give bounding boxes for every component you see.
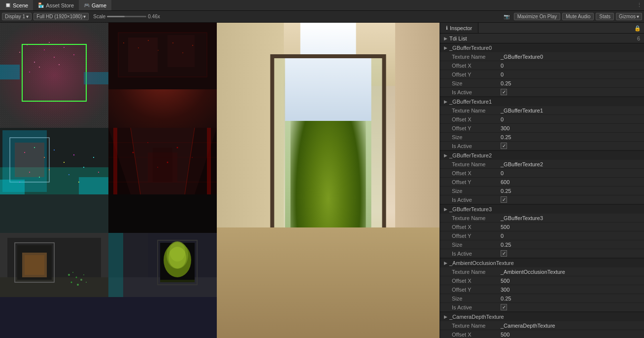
field-label-tex2-4: Is Active — [452, 197, 499, 203]
svg-rect-20 — [158, 50, 159, 51]
inspector-tab-label: Inspector — [450, 25, 472, 31]
gizmos-chevron-icon: ▾ — [637, 14, 639, 19]
svg-point-32 — [44, 157, 45, 158]
inspector-icon: ℹ — [446, 25, 448, 31]
scale-slider-fill — [107, 16, 125, 17]
field-label-tex4-4: Is Active — [452, 304, 499, 310]
field-checkbox-tex0-4[interactable] — [501, 89, 507, 95]
svg-rect-12 — [84, 72, 108, 84]
svg-point-61 — [177, 147, 178, 149]
tab-asset-store[interactable]: 🏪 Asset Store — [33, 0, 79, 10]
texture-arrow-tex3: ▶ — [444, 207, 447, 212]
field-row-tex4-4: Is Active — [440, 303, 644, 312]
field-value-tex0-0: _GBufferTexture0 — [499, 54, 644, 60]
field-checkbox-tex1-4[interactable] — [501, 143, 507, 149]
field-row-tex2-2: Offset Y600 — [440, 178, 644, 187]
svg-point-43 — [93, 157, 94, 158]
field-row-tex0-4: Is Active — [440, 88, 644, 97]
asset-store-label: Asset Store — [46, 2, 74, 8]
texture-fields-tex1: Texture Name_GBufferTexture1Offset X0Off… — [440, 106, 644, 150]
display-dropdown[interactable]: Display 1 ▾ — [2, 13, 32, 20]
mute-button[interactable]: Mute Audio — [562, 13, 594, 20]
cell7-svg — [108, 233, 217, 338]
field-checkbox-tex3-4[interactable] — [501, 250, 507, 257]
game-cell-7 — [108, 233, 217, 338]
field-row-tex1-4: Is Active — [440, 142, 644, 150]
field-label-tex4-0: Texture Name — [452, 269, 499, 275]
svg-point-79 — [77, 284, 79, 286]
gizmos-dropdown[interactable]: Gizmos ▾ — [616, 13, 642, 20]
texture-fields-tex3: Texture Name_GBufferTexture3Offset X500O… — [440, 214, 644, 258]
scale-slider[interactable] — [107, 16, 146, 17]
field-value-tex3-1: 500 — [499, 224, 644, 230]
cell4-svg — [0, 128, 108, 233]
maximize-label: Maximize On Play — [517, 14, 557, 19]
scene-icon: 🔲 — [5, 2, 11, 8]
lock-icon: 🔒 — [634, 25, 641, 31]
camera-icon-btn[interactable]: 📷 — [501, 13, 512, 20]
field-row-tex0-1: Offset X0 — [440, 61, 644, 70]
texture-arrow-tex1: ▶ — [444, 99, 447, 104]
texture-header-name-tex0: _GBufferTexture0 — [449, 45, 492, 51]
inspector-content[interactable]: ▶_GBufferTexture0Texture Name_GBufferTex… — [440, 43, 644, 338]
field-row-tex2-1: Offset X0 — [440, 169, 644, 178]
field-label-tex3-4: Is Active — [452, 251, 499, 257]
inspector-tab[interactable]: ℹ Inspector — [440, 23, 478, 33]
texture-header-tex0[interactable]: ▶_GBufferTexture0 — [440, 43, 644, 52]
texture-header-tex1[interactable]: ▶_GBufferTexture1 — [440, 97, 644, 106]
svg-point-77 — [83, 274, 84, 275]
svg-rect-46 — [79, 177, 108, 194]
cell1-svg — [0, 23, 108, 128]
field-row-tex3-1: Offset X500 — [440, 223, 644, 231]
field-label-tex0-0: Texture Name — [452, 54, 499, 60]
svg-point-64 — [167, 162, 169, 163]
tdi-count: 6 — [637, 36, 640, 41]
texture-fields-tex4: Texture Name_AmbientOcclusionTextureOffs… — [440, 267, 644, 312]
svg-point-60 — [147, 142, 148, 143]
svg-point-44 — [98, 172, 99, 173]
field-label-tex1-0: Texture Name — [452, 108, 499, 113]
texture-header-tex3[interactable]: ▶_GBufferTexture3 — [440, 205, 644, 214]
stats-button[interactable]: Stats — [596, 13, 614, 20]
texture-header-name-tex4: _AmbientOcclusionTexture — [449, 260, 514, 266]
svg-point-7 — [29, 72, 30, 73]
texture-group-tex1: ▶_GBufferTexture1Texture Name_GBufferTex… — [440, 97, 644, 151]
inspector-lock-button[interactable]: 🔒 — [634, 25, 641, 31]
svg-point-62 — [192, 157, 193, 158]
svg-rect-56 — [153, 148, 172, 182]
field-value-tex2-0: _GBufferTexture2 — [499, 161, 644, 167]
field-row-tex3-2: Offset Y0 — [440, 231, 644, 240]
main-content: ℹ Inspector 🔒 ▶ Tdi List 6 ▶_GBufferText… — [0, 23, 644, 338]
svg-rect-23 — [192, 45, 193, 46]
texture-header-tex2[interactable]: ▶_GBufferTexture2 — [440, 151, 644, 160]
resolution-dropdown[interactable]: Full HD (1920×1080) ▾ — [34, 13, 89, 20]
field-checkbox-tex2-4[interactable] — [501, 196, 507, 203]
svg-point-1 — [27, 44, 28, 45]
texture-arrow-tex0: ▶ — [444, 45, 447, 50]
field-row-tex4-2: Offset Y300 — [440, 285, 644, 294]
field-value-tex3-2: 0 — [499, 233, 644, 239]
texture-header-tex4[interactable]: ▶_AmbientOcclusionTexture — [440, 259, 644, 267]
field-row-tex3-3: Size0.25 — [440, 240, 644, 249]
main-scene — [217, 23, 440, 338]
resolution-chevron-icon: ▾ — [83, 14, 86, 19]
maximize-button[interactable]: Maximize On Play — [514, 13, 561, 20]
field-checkbox-tex4-4[interactable] — [501, 304, 507, 310]
svg-point-4 — [54, 57, 55, 58]
texture-header-name-tex5: _CameraDepthTexture — [449, 314, 504, 320]
svg-point-36 — [83, 167, 84, 168]
tab-game[interactable]: 🎮 Game — [79, 0, 111, 10]
resolution-label: Full HD (1920×1080) — [36, 14, 82, 19]
field-value-tex1-2: 300 — [499, 125, 644, 131]
texture-header-tex5[interactable]: ▶_CameraDepthTexture — [440, 312, 644, 321]
tab-scene[interactable]: 🔲 Scene — [0, 0, 33, 10]
field-row-tex4-3: Size0.25 — [440, 294, 644, 303]
field-row-tex4-0: Texture Name_AmbientOcclusionTexture — [440, 267, 644, 276]
menu-dots[interactable]: ⋮ — [637, 2, 644, 8]
cell5-svg — [108, 128, 217, 233]
field-label-tex4-1: Offset X — [452, 278, 499, 284]
field-value-tex5-0: _CameraDepthTexture — [499, 323, 644, 329]
field-label-tex1-3: Size — [452, 134, 499, 140]
svg-point-34 — [64, 162, 65, 163]
svg-rect-21 — [172, 42, 173, 43]
